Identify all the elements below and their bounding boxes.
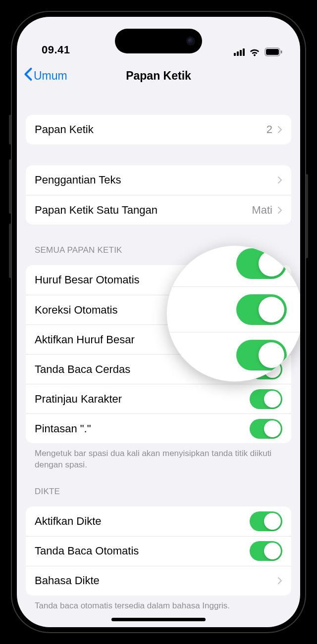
chevron-right-icon <box>277 206 282 214</box>
screen: 09.41 Umum Papan Ketik <box>17 17 300 627</box>
dictation-header: DIKTE <box>26 487 291 501</box>
page-title: Papan Ketik <box>126 69 191 83</box>
character-preview-row: Pratinjau Karakter <box>26 384 291 414</box>
row-value: Mati <box>252 204 272 217</box>
character-preview-toggle[interactable] <box>250 389 282 409</box>
cellular-signal-icon <box>234 48 245 56</box>
navigation-bar: Umum Papan Ketik <box>17 61 300 90</box>
keyboards-group: Papan Ketik 2 <box>26 115 291 144</box>
status-time: 09.41 <box>42 44 70 56</box>
period-shortcut-row: Pintasan "." <box>26 414 291 443</box>
side-button <box>9 224 11 278</box>
dynamic-island <box>115 29 202 53</box>
dictation-group: Aktifkan Dikte Tanda Baca Otomatis Bahas… <box>26 506 291 596</box>
text-group: Penggantian Teks Papan Ketik Satu Tangan… <box>26 165 291 225</box>
row-label: Bahasa Dikte <box>35 574 277 587</box>
enable-dictation-toggle[interactable] <box>250 511 282 531</box>
enable-dictation-row: Aktifkan Dikte <box>26 506 291 536</box>
period-shortcut-toggle[interactable] <box>250 419 282 439</box>
row-label: Pratinjau Karakter <box>35 393 250 406</box>
row-label: Aktifkan Dikte <box>35 515 250 528</box>
auto-punctuation-toggle[interactable] <box>250 541 282 561</box>
keyboards-row[interactable]: Papan Ketik 2 <box>26 115 291 144</box>
magnifier-overlay <box>166 245 300 382</box>
magnified-auto-correction-toggle <box>236 294 287 325</box>
all-keyboards-footer: Mengetuk bar spasi dua kali akan menyisi… <box>26 443 291 471</box>
back-label: Umum <box>34 69 67 83</box>
svg-rect-1 <box>266 49 279 55</box>
chevron-right-icon <box>277 176 282 184</box>
dictation-footer: Tanda baca otomatis tersedia dalam bahas… <box>26 596 291 612</box>
chevron-left-icon <box>24 67 34 84</box>
chevron-right-icon <box>277 126 282 134</box>
magnified-auto-correction-row <box>167 286 300 332</box>
one-handed-keyboard-row[interactable]: Papan Ketik Satu Tangan Mati <box>26 195 291 225</box>
home-indicator[interactable] <box>111 618 206 621</box>
row-label: Papan Ketik <box>35 123 266 136</box>
keyboards-count: 2 <box>266 123 272 136</box>
row-label: Pintasan "." <box>35 422 250 435</box>
row-label: Penggantian Teks <box>35 174 277 186</box>
chevron-right-icon <box>277 577 282 585</box>
text-replacement-row[interactable]: Penggantian Teks <box>26 165 291 195</box>
front-camera <box>186 37 195 46</box>
battery-icon <box>264 47 282 56</box>
side-button <box>306 174 308 258</box>
row-label: Tanda Baca Otomatis <box>35 545 250 557</box>
wifi-icon <box>249 47 261 56</box>
dictation-language-row[interactable]: Bahasa Dikte <box>26 566 291 596</box>
auto-punctuation-row: Tanda Baca Otomatis <box>26 536 291 566</box>
row-label: Papan Ketik Satu Tangan <box>35 204 252 217</box>
back-button[interactable]: Umum <box>24 67 67 84</box>
side-button <box>9 159 11 214</box>
phone-frame: 09.41 Umum Papan Ketik <box>11 11 306 633</box>
svg-rect-2 <box>281 50 282 53</box>
